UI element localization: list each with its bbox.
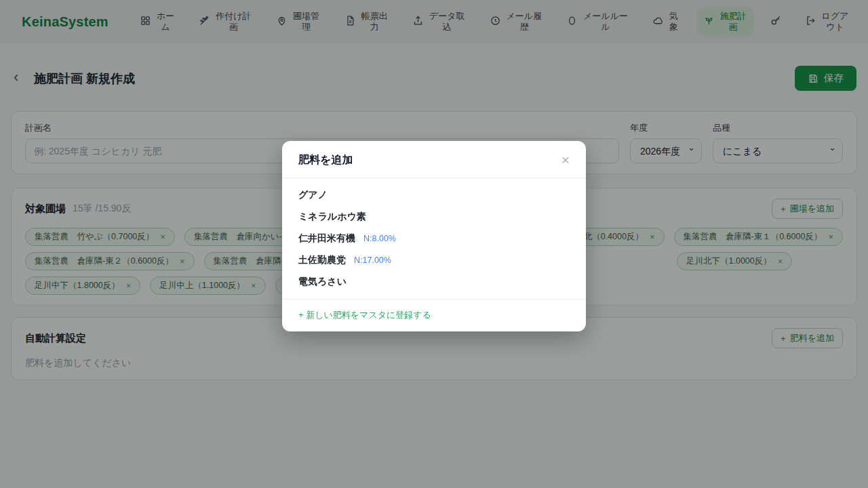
fertilizer-list-item[interactable]: 土佐勤農党 N:17.00% — [282, 249, 586, 271]
fertilizer-list-item[interactable]: グアノ — [282, 184, 586, 206]
nitrogen-badge: N:8.00% — [363, 234, 396, 243]
nitrogen-badge: N:17.00% — [354, 256, 391, 265]
register-new-fertilizer-link[interactable]: + 新しい肥料をマスタに登録する — [298, 310, 431, 320]
close-icon[interactable]: × — [557, 150, 574, 169]
fertilizer-list-item[interactable]: 仁井田米有機 N:8.00% — [282, 228, 586, 249]
modal-title: 肥料を追加 — [298, 154, 353, 165]
fertilizer-list: グアノ ミネラルホウ素 仁井田米有機 N:8.00% 土佐勤農党 N:17.00… — [282, 178, 586, 299]
fertilizer-list-item[interactable]: 電気ろさい — [282, 271, 586, 293]
fertilizer-list-item[interactable]: ミネラルホウ素 — [282, 206, 586, 228]
add-fertilizer-modal: 肥料を追加 × グアノ ミネラルホウ素 仁井田米有機 N:8.00% 土佐勤農党… — [282, 141, 586, 331]
